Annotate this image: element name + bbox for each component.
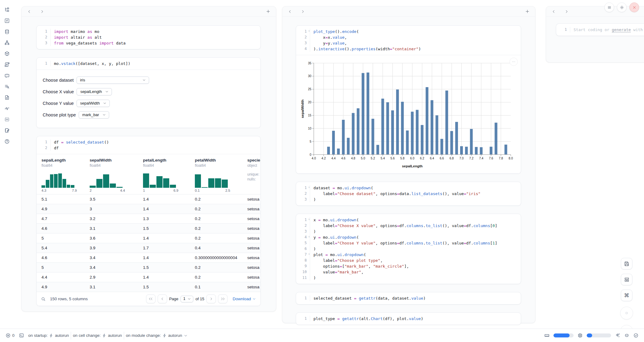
chevron-right-icon[interactable] <box>564 9 569 14</box>
copilot-icon[interactable] <box>624 333 629 338</box>
code-cell[interactable]: 1df = selected_dataset()2dfsepalLengthfl… <box>36 136 261 306</box>
status-left: 0 on startup:autorunon cell change:autor… <box>5 332 188 340</box>
next-page-button[interactable] <box>206 294 216 303</box>
chevron-left-icon[interactable] <box>27 9 31 14</box>
window-controls <box>604 2 639 12</box>
svg-text:30: 30 <box>308 74 312 78</box>
sidebar-item-help[interactable] <box>4 139 10 144</box>
table-cell: setosa <box>242 253 260 262</box>
fold-chevron-icon[interactable]: ∨ <box>308 218 310 221</box>
code-line: 3) <box>298 197 517 202</box>
dropdown-select-choose-plot-type[interactable]: mark_bar <box>79 111 109 119</box>
line-number: 1 <box>45 29 47 34</box>
settings-button[interactable] <box>617 2 627 12</box>
altair-chart[interactable]: 4.04.24.44.64.85.05.25.45.65.86.06.26.46… <box>296 55 521 173</box>
svg-text:7.4: 7.4 <box>479 157 483 160</box>
status-segment-1[interactable]: on startup:autorun <box>28 333 69 338</box>
prev-page-button[interactable] <box>158 294 167 303</box>
code-editor[interactable]: 1∨x = mo.ui.dropdown(2 label="Choose X v… <box>296 214 521 284</box>
table-cell: 4.9 <box>37 282 85 292</box>
code-cell[interactable]: 1∨plot_type().encode(2 x=x.value,3 y=y.v… <box>296 25 521 174</box>
histogram-bars <box>195 172 228 188</box>
line-number: 1 <box>45 61 47 66</box>
sidebar-item-chat[interactable] <box>4 73 10 78</box>
chevron-left-icon[interactable] <box>288 9 292 14</box>
fold-chevron-icon[interactable]: ∨ <box>308 236 310 238</box>
save-button[interactable] <box>621 258 632 269</box>
page-select[interactable]: 1 <box>181 296 193 302</box>
status-segment-2[interactable]: on cell change:autorun <box>73 333 122 338</box>
dropdown-select-choose-y-value[interactable]: sepalWidth <box>77 100 110 107</box>
first-page-button[interactable] <box>146 294 156 303</box>
code-editor[interactable]: 1mo.vstack([dataset, x, y, plot]) <box>37 58 260 69</box>
bar-x-6.7 <box>445 91 448 155</box>
sparkles-icon[interactable] <box>615 333 620 338</box>
sidebar-item-file-tree[interactable] <box>4 7 10 12</box>
fold-chevron-icon[interactable]: ∨ <box>308 253 310 255</box>
code-cell[interactable]: 1plot_type = getattr(alt.Chart(df), plot… <box>296 312 521 325</box>
line-gutter: 1 <box>298 295 310 301</box>
sidebar-item-tracing[interactable] <box>4 106 10 111</box>
add-column-icon[interactable] <box>525 9 530 14</box>
dropdown-select-choose-x-value[interactable]: sepalLength <box>77 88 112 95</box>
code-cell[interactable]: 1∨dataset = mo.ui.dropdown(2 label="Choo… <box>296 182 521 206</box>
bar-x-5.3 <box>376 145 379 155</box>
status-right <box>544 333 639 338</box>
close-button[interactable] <box>629 2 639 12</box>
error-counter[interactable]: 0 <box>5 333 15 338</box>
code-editor[interactable]: 1∨dataset = mo.ui.dropdown(2 label="Choo… <box>296 182 521 205</box>
sidebar-item-document[interactable] <box>4 95 10 100</box>
code-cell[interactable]: 1import marimo as mo2import altair as al… <box>36 25 261 49</box>
code-editor[interactable]: 1∨plot_type().encode(2 x=x.value,3 y=y.v… <box>296 26 521 55</box>
sidebar-item-snippets[interactable] <box>4 117 10 122</box>
table-cell: setosa <box>242 204 260 214</box>
search-icon[interactable] <box>41 297 46 301</box>
menu-button[interactable] <box>604 2 614 12</box>
code-text: ).interactive().properties(width="contai… <box>313 46 421 52</box>
code-editor[interactable]: 1df = selected_dataset()2df <box>37 136 260 154</box>
column-dtype: float64 <box>143 163 187 168</box>
code-cell[interactable]: 1mo.vstack([dataset, x, y, plot])Choose … <box>36 57 261 128</box>
histogram-bar <box>202 187 208 188</box>
chevron-left-icon[interactable] <box>552 9 556 14</box>
code-editor[interactable]: 1selected_dataset = getattr(data, datase… <box>296 292 521 304</box>
code-cell[interactable]: 1selected_dataset = getattr(data, datase… <box>296 292 521 305</box>
last-page-button[interactable] <box>218 294 227 303</box>
add-column-icon[interactable] <box>266 9 270 14</box>
download-button[interactable]: Download <box>233 297 256 301</box>
sidebar-item-script[interactable] <box>4 62 10 67</box>
code-editor[interactable]: 1Start coding or generate with <box>556 24 644 36</box>
code-editor[interactable]: 1plot_type = getattr(alt.Chart(df), plot… <box>296 313 521 325</box>
histogram-bar <box>156 176 163 188</box>
command-palette-button[interactable]: ⌘ <box>621 290 632 301</box>
chevron-right-icon[interactable] <box>301 9 305 14</box>
sidebar-item-scratchpad[interactable] <box>4 128 10 133</box>
fold-chevron-icon[interactable]: ∨ <box>308 30 310 32</box>
dropdown-select-choose-dataset[interactable]: iris <box>77 77 149 84</box>
chevron-right-icon[interactable] <box>40 9 44 14</box>
sidebar-item-function[interactable] <box>4 18 10 23</box>
layout-button[interactable] <box>621 274 632 285</box>
code-cell[interactable]: 1Start coding or generate with <box>556 23 644 36</box>
code-editor[interactable]: 1import marimo as mo2import altair as al… <box>37 26 260 49</box>
code-cell[interactable]: 1∨x = mo.ui.dropdown(2 label="Choose X v… <box>296 214 521 284</box>
terminal-icon[interactable] <box>19 333 24 338</box>
bar-x-4.5 <box>337 148 340 155</box>
table-row: 53.61.40.2setosa <box>37 233 260 243</box>
svg-text:7.2: 7.2 <box>469 157 474 160</box>
sidebar-item-database[interactable] <box>4 29 10 34</box>
chart-menu-button[interactable] <box>510 58 518 66</box>
line-gutter: 1 <box>38 139 51 145</box>
check-circle-icon[interactable] <box>633 333 639 338</box>
table-cell: 0.2 <box>190 194 242 204</box>
bar-x-5.2 <box>371 119 374 155</box>
code-text: x = mo.ui.dropdown( <box>313 217 359 223</box>
line-gutter: 1∨ <box>298 185 310 191</box>
status-segment-3[interactable]: on module change:autorun <box>126 333 188 338</box>
stop-button[interactable] <box>620 307 633 319</box>
sidebar-item-package[interactable] <box>4 51 10 56</box>
sidebar-item-logs[interactable] <box>4 84 10 89</box>
fold-chevron-icon[interactable]: ∨ <box>308 186 310 189</box>
svg-text:35: 35 <box>308 62 312 65</box>
sidebar-item-dependency-graph[interactable] <box>4 40 10 45</box>
